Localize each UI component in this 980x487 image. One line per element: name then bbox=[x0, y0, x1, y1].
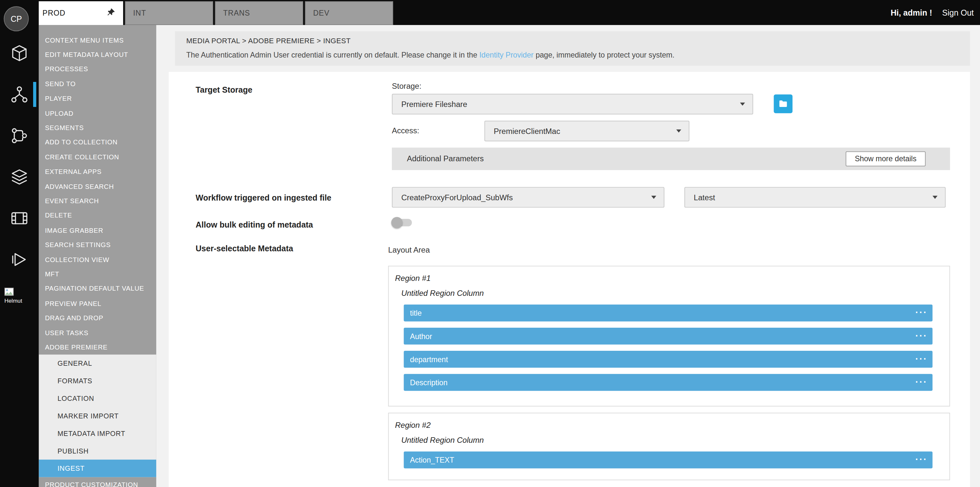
avatar[interactable]: CP bbox=[4, 6, 29, 31]
field-menu-icon[interactable] bbox=[915, 374, 928, 390]
tab-dev-label: DEV bbox=[313, 9, 329, 18]
sidebar-item-marker-import[interactable]: MARKER IMPORT bbox=[39, 407, 156, 425]
sidebar-item-upload[interactable]: UPLOAD bbox=[39, 105, 156, 120]
sidebar-item-delete[interactable]: DELETE bbox=[39, 208, 156, 223]
broken-image-caption: Helmut bbox=[4, 298, 22, 305]
field-menu-icon[interactable] bbox=[915, 328, 928, 343]
metadata-field-department[interactable]: department bbox=[404, 351, 932, 368]
workflow-version-dropdown[interactable]: Latest bbox=[684, 187, 945, 208]
sidebar-item-preview-panel[interactable]: PREVIEW PANEL bbox=[39, 296, 156, 310]
field-menu-icon[interactable] bbox=[915, 452, 928, 467]
access-label: Access: bbox=[392, 126, 419, 135]
bulk-edit-label: Allow bulk editing of metadata bbox=[196, 220, 313, 230]
notice-text-before: The Authentication Admin User credential… bbox=[186, 51, 479, 59]
sidebar-item-search-settings[interactable]: SEARCH SETTINGS bbox=[39, 237, 156, 252]
sidebar-item-publish[interactable]: PUBLISH bbox=[39, 442, 156, 460]
sidebar-item-context-menu-items[interactable]: CONTEXT MENU ITEMS bbox=[39, 32, 156, 47]
topbar: PROD INT TRANS DEV Hi, admin ! Sign Out bbox=[0, 0, 980, 25]
metadata-field-description[interactable]: Description bbox=[404, 374, 932, 391]
workflow-version-value: Latest bbox=[694, 193, 715, 201]
sidebar-item-advanced-search[interactable]: ADVANCED SEARCH bbox=[39, 179, 156, 193]
sidebar-item-mft[interactable]: MFT bbox=[39, 267, 156, 281]
player-icon[interactable] bbox=[0, 239, 39, 280]
adobe-premiere-submenu: GENERAL FORMATS LOCATION MARKER IMPORT M… bbox=[39, 354, 156, 477]
tab-dev[interactable]: DEV bbox=[305, 1, 393, 25]
user-greeting: Hi, admin ! bbox=[891, 8, 932, 17]
toggle-knob bbox=[391, 217, 402, 228]
sidebar-item-formats[interactable]: FORMATS bbox=[39, 372, 156, 390]
tab-int[interactable]: INT bbox=[125, 1, 213, 25]
region-2-fields: Action_TEXT bbox=[404, 452, 932, 468]
field-label: title bbox=[410, 308, 422, 317]
workflow-dropdown[interactable]: CreateProxyForUpload_SubWfs bbox=[392, 187, 665, 208]
pin-icon[interactable] bbox=[106, 8, 116, 19]
sidebar-item-event-search[interactable]: EVENT SEARCH bbox=[39, 193, 156, 208]
notice-text-after: page, immediately to protect your system… bbox=[533, 51, 675, 59]
rail-items bbox=[0, 32, 39, 280]
additional-parameters-bar: Additional Parameters Show more details bbox=[392, 148, 950, 170]
storage-dropdown[interactable]: Premiere Fileshare bbox=[392, 94, 753, 115]
media-icon[interactable] bbox=[0, 198, 39, 239]
icon-rail: CP Helmut bbox=[0, 0, 39, 487]
sidebar-item-segments[interactable]: SEGMENTS bbox=[39, 120, 156, 135]
region-1-column-title: Untitled Region Column bbox=[401, 289, 932, 298]
browse-folder-button[interactable] bbox=[774, 94, 792, 113]
sidebar-item-collection-view[interactable]: COLLECTION VIEW bbox=[39, 252, 156, 267]
sidebar-item-external-apps[interactable]: EXTERNAL APPS bbox=[39, 164, 156, 179]
identity-provider-link[interactable]: Identity Provider bbox=[479, 51, 533, 59]
field-label: Author bbox=[410, 332, 432, 340]
region-2-column-title: Untitled Region Column bbox=[401, 436, 932, 445]
header-band: MEDIA PORTAL > ADOBE PREMIERE > INGEST T… bbox=[175, 31, 970, 65]
workflows-icon[interactable] bbox=[0, 115, 39, 156]
layout-area-label: Layout Area bbox=[388, 246, 430, 255]
broken-image-icon bbox=[4, 288, 14, 296]
sidebar-item-edit-metadata-layout[interactable]: EDIT METADATA LAYOUT bbox=[39, 47, 156, 62]
sign-out-link[interactable]: Sign Out bbox=[942, 8, 974, 17]
sidebar-item-image-grabber[interactable]: IMAGE GRABBER bbox=[39, 223, 156, 237]
sidebar-item-ingest[interactable]: INGEST bbox=[39, 460, 156, 477]
sidebar-item-product-customization[interactable]: PRODUCT CUSTOMIZATION bbox=[39, 477, 156, 487]
main-content: MEDIA PORTAL > ADOBE PREMIERE > INGEST T… bbox=[156, 25, 980, 487]
field-menu-icon[interactable] bbox=[915, 351, 928, 366]
breadcrumb: MEDIA PORTAL > ADOBE PREMIERE > INGEST bbox=[186, 37, 959, 44]
sidebar-item-metadata-import[interactable]: METADATA IMPORT bbox=[39, 425, 156, 442]
sidebar-item-player[interactable]: PLAYER bbox=[39, 91, 156, 105]
storage-label: Storage: bbox=[392, 82, 422, 91]
sidebar-item-adobe-premiere[interactable]: ADOBE PREMIERE bbox=[39, 340, 156, 354]
sidebar-item-create-collection[interactable]: CREATE COLLECTION bbox=[39, 150, 156, 164]
sidebar-item-user-tasks[interactable]: USER TASKS bbox=[39, 325, 156, 340]
groups-icon[interactable] bbox=[0, 156, 39, 198]
sidebar-item-general[interactable]: GENERAL bbox=[39, 354, 156, 372]
workflow-label: Workflow triggered on ingested file bbox=[196, 193, 331, 203]
field-label: Action_TEXT bbox=[410, 455, 454, 464]
sidebar-item-pagination-default-value[interactable]: PAGINATION DEFAULT VALUE bbox=[39, 281, 156, 296]
region-1-fields: title Author department Description bbox=[404, 305, 932, 391]
sidebar-item-send-to[interactable]: SEND TO bbox=[39, 77, 156, 91]
sidebar-item-drag-and-drop[interactable]: DRAG AND DROP bbox=[39, 310, 156, 325]
region-2: Region #2 Untitled Region Column Action_… bbox=[388, 413, 950, 481]
field-label: department bbox=[410, 355, 448, 364]
environment-tabs: PROD INT TRANS DEV bbox=[35, 1, 393, 25]
metadata-field-author[interactable]: Author bbox=[404, 328, 932, 345]
region-1-title: Region #1 bbox=[395, 274, 932, 283]
access-dropdown[interactable]: PremiereClientMac bbox=[484, 121, 689, 141]
modules-icon[interactable] bbox=[0, 32, 39, 74]
metadata-field-action-text[interactable]: Action_TEXT bbox=[404, 452, 932, 468]
field-menu-icon[interactable] bbox=[915, 305, 928, 320]
tab-trans[interactable]: TRANS bbox=[215, 1, 303, 25]
field-label: Description bbox=[410, 378, 447, 387]
settings-panel: Target Storage Storage: Premiere Filesha… bbox=[169, 72, 970, 487]
broken-image-placeholder: Helmut bbox=[4, 288, 22, 305]
user-area: Hi, admin ! Sign Out bbox=[891, 0, 974, 25]
sidebar-item-location[interactable]: LOCATION bbox=[39, 390, 156, 407]
user-selectable-metadata-label: User-selectable Metadata bbox=[196, 244, 293, 253]
metadata-field-title[interactable]: title bbox=[404, 305, 932, 321]
processes-icon[interactable] bbox=[0, 74, 39, 115]
bulk-edit-toggle[interactable] bbox=[391, 217, 415, 229]
tab-prod-label: PROD bbox=[43, 9, 66, 18]
sidebar-item-processes[interactable]: PROCESSES bbox=[39, 62, 156, 77]
sidebar-item-add-to-collection[interactable]: ADD TO COLLECTION bbox=[39, 135, 156, 150]
show-more-details-button[interactable]: Show more details bbox=[845, 151, 926, 166]
security-notice: The Authentication Admin User credential… bbox=[186, 51, 959, 59]
tab-prod[interactable]: PROD bbox=[35, 1, 123, 25]
